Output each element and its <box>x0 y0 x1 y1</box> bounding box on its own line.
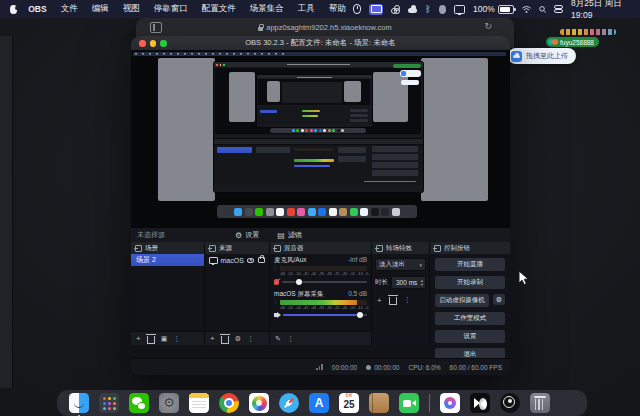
mixer-ch1-volume-slider[interactable] <box>282 281 367 284</box>
transition-duration-row: 时长 300 ms ▴▾ <box>375 276 426 289</box>
add-scene-button[interactable]: + <box>136 334 141 343</box>
minimize-icon[interactable] <box>150 40 157 47</box>
spinner-arrows-icon[interactable]: ▴▾ <box>421 279 423 287</box>
menu-item-file[interactable]: 文件 <box>54 3 85 15</box>
source-properties-gear-button[interactable]: ⚙ <box>235 335 241 343</box>
captured-upload-button-level2 <box>401 80 419 85</box>
popout-icon <box>274 245 281 252</box>
remove-transition-button[interactable] <box>389 297 397 305</box>
mixer-ch1-meter <box>280 266 367 271</box>
battery-indicator[interactable]: 100% <box>473 4 514 14</box>
mixer-pen-button[interactable]: ✎ <box>275 335 281 343</box>
dock-chrome-icon[interactable] <box>219 393 239 413</box>
start-streaming-button[interactable]: 开始直播 <box>434 257 506 272</box>
scene-filters-button[interactable]: ▣ <box>161 335 168 343</box>
cloud-upload-icon <box>511 51 522 62</box>
scene-more-button[interactable]: ⋮ <box>173 335 180 343</box>
cloud-status-icon[interactable] <box>408 8 417 13</box>
dock-app-store-icon[interactable]: A <box>309 393 329 413</box>
dock-facetime-icon[interactable] <box>399 393 419 413</box>
popout-icon <box>376 245 383 252</box>
dock-launchpad-icon[interactable] <box>99 393 119 413</box>
mouse-cursor <box>518 270 530 286</box>
add-source-button[interactable]: + <box>210 334 215 343</box>
scenes-toolbar: + ▣ ⋮ <box>131 331 204 345</box>
dock-trash-icon[interactable] <box>530 393 550 413</box>
control-center-icon[interactable] <box>554 5 563 13</box>
menu-item-help[interactable]: 帮助 <box>322 3 353 15</box>
source-filters-button[interactable]: ▤ 滤镜 <box>277 230 302 240</box>
dock-pink-app-icon[interactable] <box>440 393 460 413</box>
search-icon[interactable] <box>539 5 546 14</box>
mixer-ch1-header: 麦克风/Aux-inf dB <box>270 254 371 266</box>
dock-safari-icon[interactable] <box>279 393 299 413</box>
mixer-ch2-volume-slider[interactable] <box>283 314 367 317</box>
settings-button[interactable]: 设置 <box>434 329 506 344</box>
dock-calendar-icon[interactable]: 8月 25 <box>339 393 359 413</box>
captured-obs-window-level2 <box>256 74 373 128</box>
chevron-down-icon: ▾ <box>419 262 422 268</box>
start-virtual-camera-button[interactable]: 启动虚拟摄像机 <box>434 293 490 308</box>
menu-item-profile[interactable]: 配置文件 <box>195 3 243 15</box>
mixer-more-button[interactable]: ⋮ <box>287 335 294 343</box>
source-properties-button[interactable]: ⚙ 设置 <box>235 230 259 240</box>
studio-mode-button[interactable]: 工作室模式 <box>434 311 506 326</box>
dock-system-settings-icon[interactable]: ⚙ <box>159 393 179 413</box>
mic-muted-icon[interactable] <box>274 279 279 285</box>
preview-canvas[interactable] <box>131 51 510 228</box>
scenes-list[interactable]: 场景 2 <box>131 254 204 332</box>
menu-item-view[interactable]: 视图 <box>116 3 147 15</box>
transition-properties-button[interactable]: ⋮ <box>404 296 411 304</box>
scenes-panel: 场景 场景 2 + ▣ ⋮ <box>131 242 205 345</box>
display-status-icon[interactable] <box>454 5 465 14</box>
dock-contacts-icon[interactable] <box>369 393 389 413</box>
refresh-icon[interactable]: ↻ <box>484 21 492 31</box>
speaker-icon[interactable] <box>274 313 278 317</box>
duration-spinbox[interactable]: 300 ms ▴▾ <box>391 276 426 289</box>
dock-black-app-icon[interactable] <box>470 393 490 413</box>
visibility-eye-icon[interactable] <box>247 258 254 263</box>
menu-datetime[interactable]: 8月25日 周日 19:09 <box>571 0 632 20</box>
source-more-button[interactable]: ⋮ <box>247 335 254 343</box>
menu-item-tools[interactable]: 工具 <box>291 3 322 15</box>
dock-obs-icon[interactable] <box>500 393 520 413</box>
start-recording-button[interactable]: 开始录制 <box>434 275 506 290</box>
mixer-ch2-scale: -60-55-50-45-40-35-30-25-20-15-10-50 <box>280 306 371 310</box>
remove-source-button[interactable] <box>221 336 229 344</box>
menu-app-name[interactable]: OBS <box>21 4 53 14</box>
obs-window: OBS 30.2.3 - 配置文件: 未命名 - 场景: 未命名 <box>131 36 510 375</box>
remove-scene-button[interactable] <box>147 336 155 344</box>
scene-item-selected[interactable]: 场景 2 <box>131 254 204 266</box>
close-icon[interactable] <box>139 40 146 47</box>
wifi-icon[interactable] <box>522 5 531 14</box>
obs-title-bar[interactable]: OBS 30.2.3 - 配置文件: 未命名 - 场景: 未命名 <box>131 36 510 51</box>
add-transition-button[interactable]: + <box>377 296 382 305</box>
menu-bar: OBS 文件 编辑 视图 停靠窗口 配置文件 场景集合 工具 帮助 ᛒ 100%… <box>0 0 640 18</box>
app-status-icon[interactable] <box>439 5 446 14</box>
menu-item-docks[interactable]: 停靠窗口 <box>147 3 195 15</box>
transition-select[interactable]: 淡入淡出 ▾ <box>375 258 426 271</box>
shapes-status-icon[interactable] <box>391 5 400 14</box>
bluetooth-icon[interactable]: ᛒ <box>425 5 430 14</box>
dock-notes-icon[interactable] <box>189 393 209 413</box>
apple-menu-icon[interactable] <box>10 5 17 14</box>
transitions-body: 淡入淡出 ▾ 时长 300 ms ▴▾ + ⋮ <box>372 254 429 345</box>
browser-url-bar[interactable]: appz0saghtm9202.h5.xiaoeknow.com <box>136 21 514 34</box>
virtual-camera-settings-button[interactable]: ⚙ <box>492 293 506 306</box>
screen-recording-indicator-icon[interactable] <box>369 4 383 15</box>
popout-icon <box>434 245 441 252</box>
source-item-macos[interactable]: macOS <box>205 254 269 266</box>
dock-finder-icon[interactable] <box>69 393 89 413</box>
dock-separator <box>429 394 430 412</box>
menu-item-edit[interactable]: 编辑 <box>85 3 116 15</box>
maximize-icon[interactable] <box>160 40 167 47</box>
display-capture-icon <box>209 257 218 264</box>
dock-wechat-icon[interactable] <box>129 393 149 413</box>
traffic-lights[interactable] <box>139 40 167 47</box>
menu-item-scene-collection[interactable]: 场景集合 <box>243 3 291 15</box>
lock-source-icon[interactable] <box>258 257 265 263</box>
sources-list[interactable]: macOS <box>205 254 269 332</box>
upload-drop-button[interactable]: 拖拽至此上传 <box>508 48 576 64</box>
dock-photos-icon[interactable] <box>249 393 269 413</box>
clock-status-icon[interactable] <box>353 4 362 14</box>
